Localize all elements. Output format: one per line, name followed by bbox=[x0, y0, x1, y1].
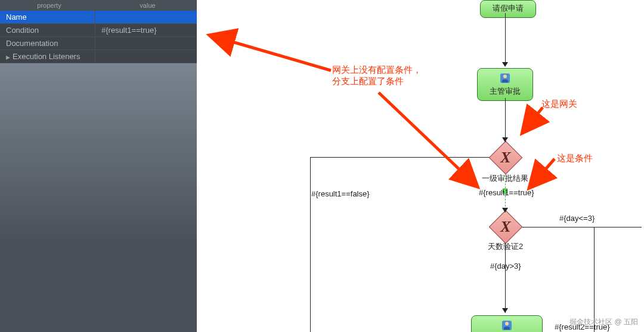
property-value[interactable] bbox=[95, 11, 197, 23]
svg-line-1 bbox=[379, 93, 476, 185]
header-property: property bbox=[0, 0, 98, 11]
property-row-execution-listeners[interactable]: Execution Listeners bbox=[0, 50, 197, 63]
flow-condition-daygt: #{day>3} bbox=[490, 262, 521, 270]
svg-line-2 bbox=[524, 107, 543, 131]
property-row-name[interactable]: Name bbox=[0, 11, 197, 24]
diagram-canvas[interactable]: 请假申请 主管审批 二级专家审批 X 一级审批结果 X 天数验证2 #{resu… bbox=[197, 0, 644, 332]
property-value[interactable]: #{result1==true} bbox=[95, 24, 197, 36]
property-label: Execution Listeners bbox=[0, 50, 95, 63]
properties-header: property value bbox=[0, 0, 197, 11]
header-value: value bbox=[98, 0, 197, 11]
property-label: Name bbox=[0, 11, 95, 23]
svg-line-0 bbox=[212, 36, 331, 70]
watermark: 掘金技术社区 @ 五阳 bbox=[569, 317, 638, 327]
flow-line bbox=[594, 227, 595, 332]
property-label: Condition bbox=[0, 24, 95, 36]
flow-line bbox=[505, 244, 506, 313]
property-value[interactable] bbox=[95, 50, 197, 63]
properties-panel: property value Name Condition #{result1=… bbox=[0, 0, 197, 332]
property-row-condition[interactable]: Condition #{result1==true} bbox=[0, 24, 197, 37]
user-icon bbox=[502, 321, 512, 330]
property-row-documentation[interactable]: Documentation bbox=[0, 37, 197, 50]
arrow-head-icon bbox=[502, 308, 508, 313]
property-value[interactable] bbox=[95, 37, 197, 50]
task-expert[interactable]: 二级专家审批 bbox=[471, 315, 543, 332]
property-label: Documentation bbox=[0, 37, 95, 50]
annotation-arrows bbox=[197, 0, 644, 239]
sidebar-fill bbox=[0, 63, 197, 332]
svg-line-3 bbox=[531, 159, 555, 186]
